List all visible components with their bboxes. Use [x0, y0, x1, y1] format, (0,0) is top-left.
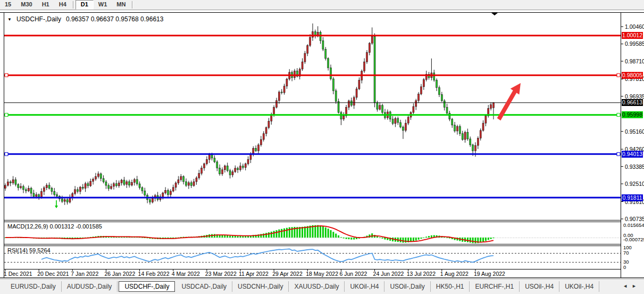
- chart-shift-marker[interactable]: [491, 13, 498, 15]
- hline-anchor[interactable]: [5, 152, 8, 156]
- x-axis-label: 29 Apr 2022: [272, 271, 303, 277]
- y-axis-label: 0.95160: [625, 128, 644, 135]
- chart-tab-eurusd-daily[interactable]: EURUSD-,Daily: [5, 281, 62, 292]
- price-badge-1.00012: 1.00012: [622, 32, 643, 39]
- rsi-label: RSI(14) 59.5264: [7, 247, 51, 254]
- price-badge-0.91811: 0.91811: [622, 194, 643, 201]
- ohlc-values: 0.96357 0.96637 0.95768 0.96613: [66, 15, 164, 23]
- y-axis-label: 0.90735: [625, 216, 644, 222]
- rsi-line: [41, 249, 494, 262]
- chart-title: ▼ USDCHF-,Daily 0.96357 0.96637 0.95768 …: [7, 15, 163, 23]
- y-axis-label: 0.99585: [625, 40, 644, 47]
- chart-tabbar: EURUSD-,DailyAUDUSD-,DailyUSDCHF-,DailyU…: [0, 279, 644, 294]
- x-axis-label: 1 Dec 2021: [4, 271, 32, 277]
- x-axis-label: 6 Jun 2022: [339, 271, 367, 277]
- rsi-axis-label: 0: [623, 264, 626, 270]
- rsi-axis-label: 70: [623, 250, 629, 256]
- tab-scroll-right-icon[interactable]: ►: [632, 283, 641, 289]
- chart-tab-ukoil-h4[interactable]: UKOil-,H4: [345, 281, 384, 292]
- x-axis-label: 24 Jun 2022: [373, 271, 404, 277]
- symbol-name: USDCHF-,Daily: [16, 15, 61, 23]
- y-axis-label: 0.96935: [625, 93, 644, 100]
- chart-tab-ukoil-h4[interactable]: UKOil-,H4: [559, 281, 599, 292]
- period-button-W1[interactable]: W1: [94, 1, 112, 9]
- tab-scroll-left-icon[interactable]: ◄: [623, 283, 632, 289]
- mt4-window: 15M30H1H4D1W1MN ▼ USDCHF-,Daily 0.96357 …: [0, 0, 644, 294]
- x-axis-label: 13 Jul 2022: [407, 271, 436, 277]
- period-button-H1[interactable]: H1: [37, 1, 54, 9]
- chart-tab-hk50-h1[interactable]: HK50-,H1: [431, 281, 470, 292]
- period-button-MN[interactable]: MN: [112, 1, 130, 9]
- period-button-15[interactable]: 15: [0, 1, 16, 9]
- hline-anchor[interactable]: [5, 74, 8, 77]
- y-axis-label: 1.00460: [625, 23, 644, 30]
- macd-axis-label: -0.0007259: [623, 236, 644, 242]
- period-button-D1[interactable]: D1: [76, 0, 94, 10]
- period-toolbar: 15M30H1H4D1W1MN: [0, 0, 644, 10]
- x-axis-label: 4 Mar 2022: [172, 271, 200, 277]
- y-axis-label: 0.98710: [625, 58, 644, 64]
- x-axis-label: 14 Feb 2022: [138, 271, 170, 277]
- chart-tab-usdchf-daily[interactable]: USDCHF-,Daily: [119, 281, 175, 292]
- toolbar-separator: [132, 1, 133, 9]
- period-button-M30[interactable]: M30: [16, 1, 37, 9]
- chart-tab-xauusd-daily[interactable]: XAUUSD-,Daily: [289, 281, 345, 292]
- price-badge-0.96613: 0.96613: [622, 99, 643, 106]
- price-badge-0.95998: 0.95998: [622, 111, 643, 118]
- x-axis-label: 20 Dec 2021: [37, 271, 69, 277]
- chart-tab-audusd-daily[interactable]: AUDUSD-,Daily: [62, 281, 118, 292]
- y-axis-label: 0.93385: [625, 164, 644, 170]
- macd-label: MACD(12,26,9) 0.001312 -0.001585: [7, 223, 102, 230]
- x-axis-label: 11 Apr 2022: [239, 271, 269, 277]
- toolbar-separator: [73, 1, 74, 9]
- x-axis-label: 26 Jan 2022: [104, 271, 135, 277]
- tab-scroll-arrows[interactable]: ◄►: [623, 283, 641, 289]
- price-badge-0.94013: 0.94013: [622, 151, 643, 158]
- chart-tab-usoil-daily[interactable]: USOil-,Daily: [384, 281, 430, 292]
- hline-anchor[interactable]: [617, 152, 620, 156]
- x-axis-label: 19 Aug 2022: [474, 271, 505, 277]
- period-button-H4[interactable]: H4: [54, 1, 71, 9]
- y-axis-label: 0.92510: [625, 181, 644, 187]
- macd-axis-label: 0.015654: [623, 222, 644, 228]
- x-axis-label: 23 Mar 2022: [205, 271, 237, 277]
- hline-anchor[interactable]: [617, 113, 620, 117]
- x-axis-label: 7 Jan 2022: [71, 271, 98, 277]
- price-badge-0.98005: 0.98005: [622, 72, 643, 79]
- chart-tab-eurchf-h1[interactable]: EURCHF-,H1: [470, 281, 520, 292]
- chart-canvas[interactable]: [0, 0, 644, 294]
- small-sell-arrow-head: [55, 206, 58, 208]
- symbol-dropdown-icon[interactable]: ▼: [7, 17, 12, 22]
- chart-tab-usdcad-daily[interactable]: USDCAD-,Daily: [176, 281, 232, 292]
- hline-anchor[interactable]: [5, 113, 8, 117]
- hline-anchor[interactable]: [617, 74, 620, 77]
- chart-tab-usoil-h4[interactable]: USOil-,H4: [520, 281, 559, 292]
- x-axis-label: 1 Aug 2022: [440, 271, 469, 277]
- chart-tab-usdcnh-daily[interactable]: USDCNH-,Daily: [232, 281, 289, 292]
- x-axis-label: 18 May 2022: [306, 271, 338, 277]
